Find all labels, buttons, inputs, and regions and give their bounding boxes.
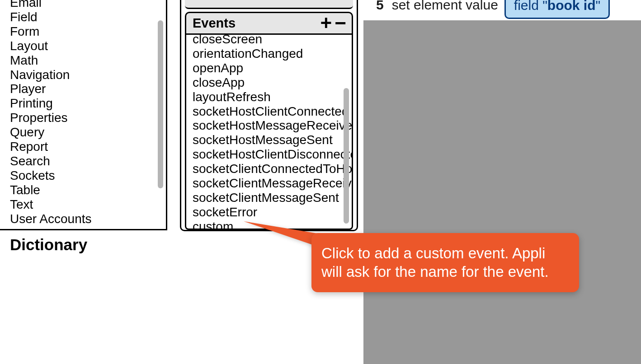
event-item[interactable]: closeScreen (193, 35, 338, 47)
callout-text: Click to add a custom event. Appli will … (321, 245, 549, 280)
events-title: Events (193, 16, 236, 31)
category-item[interactable]: Email (10, 0, 153, 10)
category-item[interactable]: Properties (10, 111, 153, 125)
event-item[interactable]: socketError (193, 205, 338, 219)
event-item[interactable]: socketClientMessageReceived (193, 176, 338, 191)
category-item[interactable]: Form (10, 24, 153, 39)
step-number: 5 (376, 0, 384, 13)
field-reference-pill[interactable]: field "book id" (504, 0, 610, 19)
event-item[interactable]: socketClientConnectedToHost (193, 162, 338, 176)
event-item[interactable]: closeApp (193, 75, 338, 90)
category-item[interactable]: Search (10, 154, 153, 168)
remove-event-icon[interactable]: − (335, 17, 346, 29)
dictionary-heading: Dictionary (10, 236, 87, 254)
event-item[interactable]: socketHostClientConnected (193, 104, 338, 119)
scrollbar-thumb[interactable] (344, 88, 349, 224)
category-item[interactable]: Table (10, 183, 153, 197)
event-item[interactable]: openApp (193, 61, 338, 75)
category-item[interactable]: Layout (10, 39, 153, 53)
category-item[interactable]: Text (10, 197, 153, 212)
category-item[interactable]: Math (10, 53, 153, 68)
category-item[interactable]: Field (10, 10, 153, 24)
callout-tooltip: Click to add a custom event. Appli will … (311, 233, 579, 292)
events-panel: Events + − closeScreenorientationChanged… (180, 0, 358, 231)
events-body: closeScreenorientationChangedopenAppclos… (185, 35, 353, 230)
category-item[interactable]: Player (10, 82, 153, 96)
event-item[interactable]: orientationChanged (193, 47, 338, 61)
events-panel-spacer (185, 0, 353, 9)
field-suffix: " (596, 0, 601, 13)
event-item[interactable]: layoutRefresh (193, 90, 338, 104)
event-item[interactable]: socketHostMessageSent (193, 133, 338, 147)
events-header: Events + − (185, 12, 353, 35)
event-item[interactable]: socketHostClientDisconnected (193, 147, 338, 162)
scrollbar-thumb[interactable] (158, 20, 163, 188)
add-event-icon[interactable]: + (320, 17, 332, 29)
categories-list: EmailFieldFormLayoutMathNavigationPlayer… (10, 0, 153, 226)
category-item[interactable]: Navigation (10, 68, 153, 82)
category-item[interactable]: Query (10, 125, 153, 140)
action-step-row: 5 set element value field "book id" (363, 0, 641, 20)
svg-marker-0 (244, 221, 320, 247)
categories-panel: EmailFieldFormLayoutMathNavigationPlayer… (0, 0, 167, 230)
category-item[interactable]: Printing (10, 96, 153, 111)
category-item[interactable]: Report (10, 140, 153, 154)
event-item[interactable]: socketClientMessageSent (193, 191, 338, 205)
canvas-background (363, 0, 641, 364)
field-prefix: field " (514, 0, 547, 13)
step-action-text: set element value (392, 0, 498, 13)
category-item[interactable]: User Accounts (10, 212, 153, 226)
category-item[interactable]: Sockets (10, 168, 153, 183)
field-name: book id (547, 0, 596, 13)
event-item[interactable]: socketHostMessageReceived (193, 118, 338, 133)
events-list: closeScreenorientationChangedopenAppclos… (193, 35, 338, 230)
